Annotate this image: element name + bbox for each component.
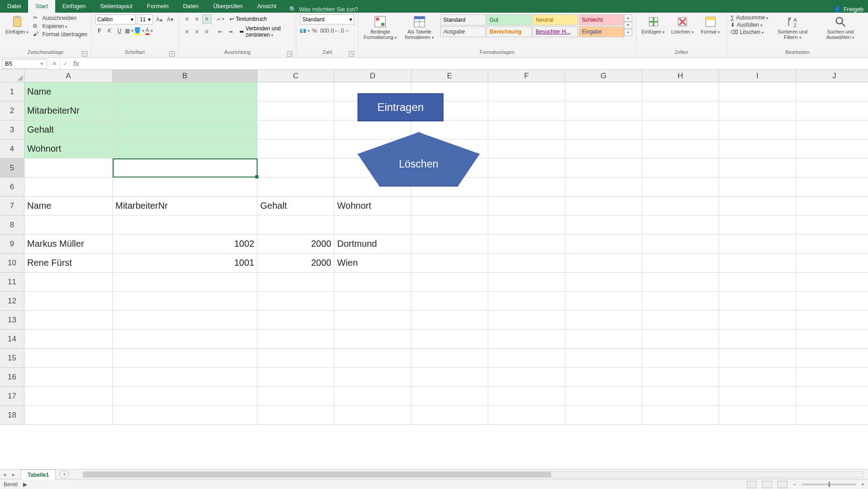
format-as-table-button[interactable]: Als Tabelle formatieren [401,14,438,41]
sheet-nav-next[interactable]: ▸ [9,471,18,478]
tab-ansicht[interactable]: Ansicht [250,0,284,13]
cell-A2[interactable]: MitarbeiterNr [24,101,113,120]
font-name-select[interactable]: Calibri▾ [95,14,136,24]
cell-H11[interactable] [642,273,719,292]
cell-B4[interactable] [113,139,258,158]
cell-E16[interactable] [411,368,488,387]
percent-button[interactable]: % [310,26,319,35]
cell-G12[interactable] [565,292,642,311]
cell-F12[interactable] [488,292,565,311]
cell-F2[interactable] [488,101,565,120]
cell-C5[interactable] [258,158,334,177]
cell-H17[interactable] [642,387,719,406]
cell-B13[interactable] [113,311,258,330]
row-header-13[interactable]: 13 [0,311,24,330]
cell-F5[interactable] [488,158,565,177]
cell-I11[interactable] [719,273,796,292]
decrease-indent-button[interactable]: ⇤ [216,27,225,36]
cell-A1[interactable]: Name [24,82,113,101]
cell-F16[interactable] [488,368,565,387]
tab-datei[interactable]: Datei [0,0,28,13]
merge-center-button[interactable]: ⬌Verbinden und zentrieren [239,25,292,38]
align-top-button[interactable]: ≡ [182,14,191,24]
cell-F13[interactable] [488,311,565,330]
cell-D13[interactable] [334,311,411,330]
cell-I2[interactable] [719,101,796,120]
cell-B2[interactable] [113,101,258,120]
increase-decimal-button[interactable]: .0← [330,26,339,35]
cell-F3[interactable] [488,120,565,139]
align-center-button[interactable]: ≡ [192,27,201,36]
fill-button[interactable]: ⬇Ausfüllen [730,22,769,28]
col-header-E[interactable]: E [411,70,488,82]
cell-J16[interactable] [796,368,868,387]
cell-J15[interactable] [796,349,868,368]
fill-color-button[interactable]: 🪣 [135,26,144,35]
cell-I15[interactable] [719,349,796,368]
cell-A7[interactable]: Name [24,197,113,216]
row-header-15[interactable]: 15 [0,349,24,368]
horizontal-scrollbar[interactable] [83,471,863,478]
col-header-D[interactable]: D [334,70,411,82]
cell-D8[interactable] [334,216,411,235]
cell-J1[interactable] [796,82,868,101]
shape-eintragen-button[interactable]: Eintragen [358,93,444,121]
cell-B10[interactable]: 1001 [113,254,258,273]
cell-H7[interactable] [642,197,719,216]
font-dialog-launcher[interactable]: ↘ [169,51,175,57]
row-header-10[interactable]: 10 [0,254,24,273]
style-ausgabe[interactable]: Ausgabe [440,26,486,37]
cell-D15[interactable] [334,349,411,368]
copy-button[interactable]: ⧉Kopieren [33,23,87,30]
cell-H6[interactable] [642,177,719,197]
select-all-corner[interactable] [0,70,24,82]
cell-D10[interactable]: Wien [334,254,411,273]
decrease-font-button[interactable]: A▾ [166,15,175,24]
cell-E18[interactable] [411,406,488,425]
align-dialog-launcher[interactable]: ↘ [287,51,292,57]
col-header-G[interactable]: G [565,70,642,82]
format-cells-button[interactable]: Format [698,14,723,35]
cell-C7[interactable]: Gehalt [258,197,334,216]
hscroll-thumb[interactable] [83,472,551,477]
cell-B8[interactable] [113,216,258,235]
cell-E13[interactable] [411,311,488,330]
row-header-18[interactable]: 18 [0,406,24,425]
cell-H5[interactable] [642,158,719,177]
cell-I13[interactable] [719,311,796,330]
cell-G15[interactable] [565,349,642,368]
row-header-1[interactable]: 1 [0,82,24,101]
cell-D17[interactable] [334,387,411,406]
cell-A16[interactable] [24,368,113,387]
add-sheet-button[interactable]: + [59,470,69,479]
cell-C11[interactable] [258,273,334,292]
cell-A12[interactable] [24,292,113,311]
tell-me-search[interactable]: 🔍 Was möchten Sie tun? [284,6,363,13]
cell-I17[interactable] [719,387,796,406]
sheet-tab-tabelle1[interactable]: Tabelle1 [21,470,56,479]
cell-E14[interactable] [411,330,488,349]
cell-B6[interactable] [113,177,258,197]
row-header-3[interactable]: 3 [0,120,24,139]
cell-B16[interactable] [113,368,258,387]
font-size-select[interactable]: 11▾ [138,14,153,24]
cell-D7[interactable]: Wohnort [334,197,411,216]
cell-F7[interactable] [488,197,565,216]
cell-E12[interactable] [411,292,488,311]
cell-H10[interactable] [642,254,719,273]
cell-I5[interactable] [719,158,796,177]
cell-D16[interactable] [334,368,411,387]
cell-F10[interactable] [488,254,565,273]
cell-J12[interactable] [796,292,868,311]
tab-einfuegen[interactable]: Einfügen [55,0,93,13]
cell-J10[interactable] [796,254,868,273]
cell-C10[interactable]: 2000 [258,254,334,273]
cell-G13[interactable] [565,311,642,330]
cell-B11[interactable] [113,273,258,292]
cell-I1[interactable] [719,82,796,101]
row-header-2[interactable]: 2 [0,101,24,120]
cell-I16[interactable] [719,368,796,387]
increase-indent-button[interactable]: ⇥ [226,27,235,36]
cell-C2[interactable] [258,101,334,120]
spreadsheet-grid[interactable]: ABCDEFGHIJ 123456789101112131415161718 N… [0,70,868,469]
